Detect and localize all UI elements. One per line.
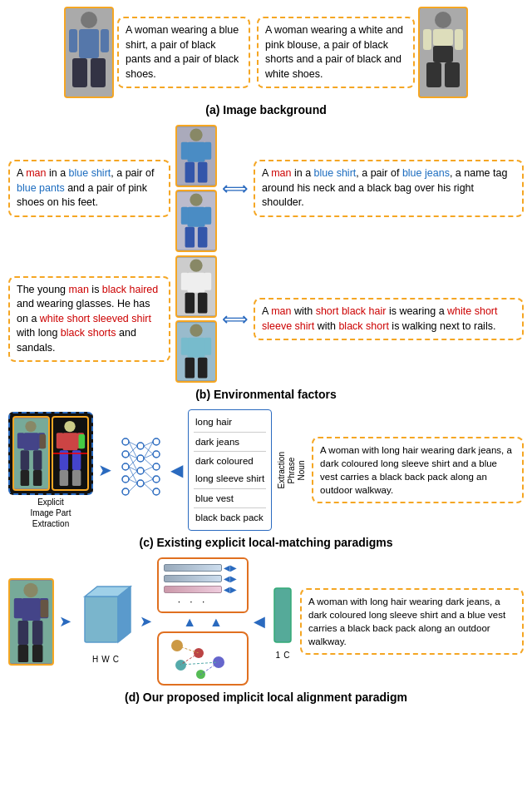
- svg-line-112: [180, 653, 199, 665]
- svg-rect-40: [204, 338, 212, 355]
- person-c-segmented: [52, 416, 89, 491]
- noun-phrase-label: NounPhraseExtraction: [277, 452, 307, 488]
- person-b2-top: [175, 255, 217, 318]
- attr-sleeve-shirt: dark colouredlong sleeve shirt: [194, 452, 266, 488]
- section-d-bold: implicit local alignment: [223, 691, 352, 704]
- svg-rect-51: [33, 470, 42, 486]
- svg-rect-38: [187, 338, 204, 358]
- part-b-row2: The young man is black haired and wearin…: [8, 255, 524, 383]
- noun-phrase-section: NounPhraseExtraction: [277, 452, 307, 488]
- label-1: 1: [276, 651, 281, 660]
- svg-rect-103: [18, 621, 29, 645]
- person-d: [8, 578, 54, 666]
- svg-rect-45: [23, 433, 38, 450]
- svg-point-65: [122, 451, 129, 458]
- green-feature: 1 C: [270, 584, 295, 660]
- part-d-center: ◀▶ ◀▶ ◀▶ · · · ▲: [157, 557, 249, 686]
- svg-point-64: [122, 438, 129, 445]
- svg-rect-60: [60, 470, 68, 486]
- svg-point-99: [23, 582, 37, 597]
- svg-rect-10: [433, 46, 453, 62]
- caption-b-right-1: A man in a blue shirt, a pair of blue je…: [254, 160, 524, 217]
- matrix-arrow-1: ◀▶: [224, 563, 237, 572]
- attr-backpack: black back pack: [194, 508, 266, 527]
- svg-rect-104: [32, 621, 43, 645]
- svg-rect-100: [22, 598, 40, 621]
- svg-rect-34: [185, 293, 195, 314]
- svg-rect-48: [21, 450, 29, 470]
- matrix-bar-2: [164, 575, 222, 582]
- arrow-c-1: ➤: [98, 460, 112, 480]
- part-d-person: [8, 578, 54, 666]
- svg-rect-17: [187, 142, 204, 162]
- svg-rect-108: [85, 597, 118, 642]
- svg-rect-4: [91, 58, 106, 87]
- svg-rect-11: [426, 62, 441, 87]
- svg-point-72: [137, 480, 144, 487]
- attr-blue-vest: blue vest: [194, 489, 266, 509]
- svg-marker-110: [118, 587, 131, 642]
- svg-rect-18: [181, 142, 189, 160]
- svg-rect-21: [198, 162, 208, 183]
- svg-point-69: [137, 443, 144, 449]
- svg-point-1: [81, 12, 97, 28]
- svg-rect-9: [433, 29, 453, 46]
- caption-b-left-1: A man in a blue shirt, a pair of blue pa…: [8, 160, 170, 217]
- page: A woman wearing a blue shirt, a pair of …: [0, 0, 532, 719]
- svg-line-96: [144, 479, 153, 483]
- green-labels: 1 C: [276, 651, 290, 660]
- svg-rect-3: [72, 58, 87, 87]
- svg-rect-52: [40, 434, 47, 448]
- svg-rect-14: [455, 29, 463, 50]
- svg-line-93: [144, 458, 153, 467]
- section-a-label: (a) Image background: [8, 103, 524, 116]
- svg-line-113: [180, 662, 219, 665]
- svg-rect-13: [423, 29, 431, 50]
- arrow-b2: ⟺: [222, 309, 249, 330]
- svg-line-95: [144, 471, 153, 479]
- part-b-container: A man in a blue shirt, a pair of blue pa…: [8, 125, 524, 383]
- matrix-arrow-3: ◀▶: [224, 585, 237, 594]
- matrix-row-3: ◀▶: [164, 585, 242, 594]
- explicit-label: ExplicitImage PartExtraction: [31, 497, 71, 529]
- svg-rect-42: [198, 358, 208, 379]
- svg-rect-31: [187, 273, 204, 293]
- arrow-d-3: ◀: [254, 612, 265, 631]
- person-b1-top: [175, 125, 217, 187]
- arrow-d-1: ➤: [59, 612, 71, 631]
- svg-rect-49: [33, 450, 42, 470]
- svg-rect-5: [69, 29, 77, 52]
- person-image-a-right: [418, 7, 468, 98]
- svg-point-67: [122, 476, 129, 483]
- caption-b-left-2: The young man is black haired and wearin…: [8, 276, 170, 363]
- person-b2-bottom: [175, 320, 217, 383]
- attr-long-hair: long hair: [194, 413, 266, 433]
- matrix-row-2: ◀▶: [164, 574, 242, 583]
- person-b1-bottom: [175, 190, 217, 252]
- svg-line-83: [129, 458, 137, 467]
- svg-rect-61: [72, 470, 81, 486]
- section-d-label: (d) Our proposed implicit local alignmen…: [8, 691, 524, 704]
- svg-rect-32: [181, 273, 189, 290]
- svg-rect-12: [445, 62, 460, 87]
- svg-rect-41: [185, 358, 195, 379]
- matrix-box: ◀▶ ◀▶ ◀▶ · · ·: [157, 557, 249, 613]
- svg-rect-115: [274, 588, 291, 642]
- person-c-original: [12, 416, 50, 491]
- attr-dark-jeans: dark jeans: [194, 433, 266, 453]
- svg-rect-101: [14, 598, 23, 618]
- svg-rect-2: [79, 29, 99, 58]
- svg-line-80: [129, 446, 137, 454]
- svg-point-74: [153, 451, 160, 458]
- svg-rect-39: [181, 338, 189, 355]
- svg-rect-24: [187, 207, 204, 227]
- attribute-list-c: long hair dark jeans dark colouredlong s…: [188, 409, 272, 531]
- part-a-left: A woman wearing a blue shirt, a pair of …: [64, 7, 250, 98]
- attributes: long hair dark jeans dark colouredlong s…: [188, 409, 272, 531]
- svg-line-88: [129, 483, 137, 492]
- svg-point-68: [122, 488, 129, 495]
- svg-point-23: [190, 193, 202, 205]
- svg-rect-26: [204, 207, 212, 225]
- arrow-d-2: ➤: [140, 612, 152, 631]
- person-pair-1: [175, 125, 217, 252]
